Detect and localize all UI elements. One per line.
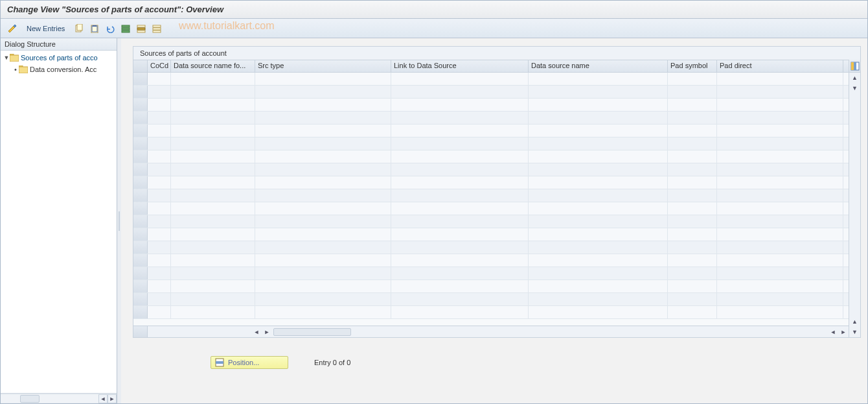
scroll-up-end-icon[interactable]: ▲ <box>849 316 860 327</box>
select-block-icon[interactable] <box>135 22 148 35</box>
row-selector[interactable] <box>133 267 148 279</box>
col-header-data-source-name[interactable]: Data source name <box>529 60 668 72</box>
deselect-all-icon[interactable] <box>150 22 163 35</box>
table-row[interactable] <box>133 306 849 319</box>
tree-node-sources[interactable]: ▼ Sources of parts of acco <box>1 52 117 64</box>
row-selector-header[interactable] <box>133 60 148 72</box>
tree-node-label: Sources of parts of acco <box>21 54 98 62</box>
position-label: Position... <box>228 359 259 366</box>
svg-rect-11 <box>153 28 161 30</box>
table-row[interactable] <box>133 228 849 241</box>
row-selector[interactable] <box>133 215 148 228</box>
undo-icon[interactable] <box>104 22 117 35</box>
row-selector[interactable] <box>133 150 148 163</box>
svg-rect-12 <box>153 30 161 32</box>
position-button[interactable]: Position... <box>211 356 288 369</box>
svg-rect-18 <box>851 62 854 70</box>
svg-rect-21 <box>216 361 223 364</box>
row-selector[interactable] <box>133 241 148 254</box>
folder-icon <box>19 65 28 73</box>
dialog-structure-header: Dialog Structure <box>1 38 117 51</box>
new-entries-button[interactable]: New Entries <box>21 23 70 34</box>
scroll-right-icon[interactable]: ► <box>262 327 272 337</box>
row-selector-footer <box>133 326 148 337</box>
select-all-icon[interactable] <box>119 22 132 35</box>
row-selector[interactable] <box>133 99 148 111</box>
row-selector[interactable] <box>133 137 148 150</box>
sidebar-hscrollbar[interactable]: ◄ ► <box>1 393 117 403</box>
col-header-data-source-for[interactable]: Data source name fo... <box>171 60 255 72</box>
row-selector[interactable] <box>133 125 148 137</box>
scrollbar-track[interactable] <box>273 328 351 336</box>
folder-open-icon <box>10 54 19 62</box>
watermark-text: www.tutorialkart.com <box>179 20 275 32</box>
row-selector[interactable] <box>133 112 148 124</box>
table-row[interactable] <box>133 267 849 280</box>
grid: CoCd Data source name fo... Src type Lin… <box>133 60 860 337</box>
col-header-pad-direct[interactable]: Pad direct <box>717 60 843 72</box>
expand-toggle-icon[interactable]: ▼ <box>3 54 10 61</box>
row-selector[interactable] <box>133 280 148 292</box>
svg-rect-14 <box>10 55 19 62</box>
row-selector[interactable] <box>133 254 148 267</box>
grid-hscrollbar[interactable]: ◄ ► ◄ ► <box>133 326 849 337</box>
scroll-right-icon[interactable]: ► <box>108 394 117 403</box>
grid-rows <box>133 73 849 326</box>
svg-rect-6 <box>122 30 130 32</box>
copy-as-icon[interactable] <box>73 22 86 35</box>
scroll-left-icon[interactable]: ◄ <box>251 327 262 337</box>
table-row[interactable] <box>133 86 849 99</box>
scrollbar-track[interactable] <box>1 395 98 403</box>
configure-columns-icon[interactable] <box>849 60 860 73</box>
table-row[interactable] <box>133 176 849 189</box>
scrollbar-track[interactable] <box>849 93 860 316</box>
table-row[interactable] <box>133 241 849 254</box>
row-selector[interactable] <box>133 202 148 215</box>
dialog-structure-tree[interactable]: ▼ Sources of parts of acco • Data conver… <box>1 51 117 393</box>
col-header-cocd[interactable]: CoCd <box>148 60 171 72</box>
scrollbar-thumb[interactable] <box>273 328 351 336</box>
row-selector[interactable] <box>133 176 148 189</box>
svg-rect-9 <box>137 30 145 32</box>
table-row[interactable] <box>133 293 849 306</box>
row-selector[interactable] <box>133 306 148 318</box>
table-row[interactable] <box>133 163 849 176</box>
table-row[interactable] <box>133 189 849 202</box>
svg-rect-5 <box>122 28 130 30</box>
scroll-down-end-icon[interactable]: ▼ <box>849 327 860 337</box>
table-row[interactable] <box>133 137 849 150</box>
scroll-right-end-icon[interactable]: ► <box>838 327 849 337</box>
table-row[interactable] <box>133 150 849 163</box>
table-row[interactable] <box>133 202 849 215</box>
col-header-src-type[interactable]: Src type <box>255 60 391 72</box>
svg-rect-4 <box>122 25 130 27</box>
table-row[interactable] <box>133 99 849 112</box>
table-row[interactable] <box>133 254 849 267</box>
scroll-left-icon[interactable]: ◄ <box>98 394 108 403</box>
table-panel: Sources of parts of account CoCd Data so… <box>133 46 861 338</box>
change-display-icon[interactable] <box>6 22 19 35</box>
tree-node-label: Data conversion. Acc <box>30 65 97 73</box>
scrollbar-thumb[interactable] <box>20 395 40 403</box>
scroll-up-icon[interactable]: ▲ <box>849 73 860 83</box>
row-selector[interactable] <box>133 228 148 241</box>
tree-node-data-conversion[interactable]: • Data conversion. Acc <box>1 64 117 75</box>
table-row[interactable] <box>133 125 849 137</box>
grid-vscrollbar[interactable]: ▲ ▼ ▲ ▼ <box>849 60 860 337</box>
col-header-link[interactable]: Link to Data Source <box>391 60 529 72</box>
row-selector[interactable] <box>133 86 148 98</box>
table-row[interactable] <box>133 215 849 228</box>
row-selector[interactable] <box>133 293 148 305</box>
row-selector[interactable] <box>133 73 148 85</box>
scroll-down-icon[interactable]: ▼ <box>849 83 860 93</box>
row-selector[interactable] <box>133 189 148 202</box>
table-row[interactable] <box>133 112 849 125</box>
row-selector[interactable] <box>133 163 148 176</box>
table-row[interactable] <box>133 73 849 86</box>
scroll-left-end-icon[interactable]: ◄ <box>828 327 838 337</box>
bullet-icon: • <box>12 65 19 73</box>
col-header-pad-symbol[interactable]: Pad symbol <box>668 60 717 72</box>
delete-icon[interactable] <box>88 22 101 35</box>
app-window: Change View "Sources of parts of account… <box>1 1 867 403</box>
table-row[interactable] <box>133 280 849 293</box>
